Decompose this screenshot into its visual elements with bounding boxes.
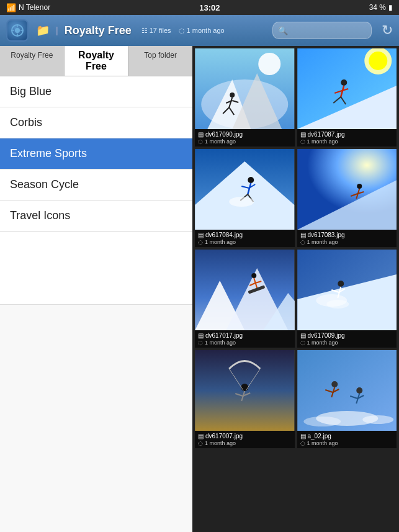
svg-point-76	[303, 417, 341, 426]
time-ago-label: 1 month ago	[187, 27, 225, 34]
grid-date-0: ◌ 1 month ago	[198, 138, 292, 145]
grid-item-0[interactable]: ▤ dv617090.jpg ◌ 1 month ago	[195, 48, 295, 147]
nav-bar: 📁 | Royalty Free ☷ 17 files ◌ 1 month ag…	[0, 15, 399, 46]
file-icon: ▤	[300, 332, 306, 339]
logo-icon	[11, 24, 24, 37]
wifi-icon: 📶	[6, 3, 16, 12]
grid-info-6: ▤ dv617007.jpg ◌ 1 month ago	[195, 431, 295, 448]
grid-item-1[interactable]: ▤ dv617087.jpg ◌ 1 month ago	[297, 48, 397, 147]
svg-point-60	[241, 384, 248, 391]
grid-info-4: ▤ dv617017.jpg ◌ 1 month ago	[195, 330, 295, 348]
grid-item-7[interactable]: ▤ a_02.jpg ◌ 1 month ago	[297, 350, 397, 448]
sidebar-empty-area	[0, 304, 192, 533]
status-carrier: 📶 N Telenor	[6, 3, 50, 12]
nav-title: Royalty Free	[65, 24, 132, 37]
nav-meta: ☷ 17 files ◌ 1 month ago	[141, 27, 225, 35]
grid-info-1: ▤ dv617087.jpg ◌ 1 month ago	[297, 129, 397, 147]
thumbnail-4	[195, 250, 295, 330]
status-time: 13:02	[199, 3, 220, 12]
svg-point-71	[356, 387, 362, 394]
svg-point-38	[357, 184, 362, 189]
folder-label: Season Cycle	[10, 178, 79, 191]
grid-filename-0: ▤ dv617090.jpg	[198, 131, 292, 138]
folder-item-extreme-sports[interactable]: Extreme Sports	[0, 138, 192, 169]
app-logo[interactable]	[6, 19, 29, 42]
tab-royalty-free-2[interactable]: Royalty Free	[65, 46, 129, 76]
refresh-icon[interactable]: ↻	[382, 22, 393, 38]
grid-info-5: ▤ dv617009.jpg ◌ 1 month ago	[297, 330, 397, 348]
clock-icon: ◌	[198, 239, 203, 245]
svg-point-10	[258, 53, 280, 75]
thumbnail-5	[297, 250, 397, 330]
file-icon: ▤	[198, 332, 204, 339]
battery-label: 34 %	[369, 3, 386, 12]
grid-item-6[interactable]: ▤ dv617007.jpg ◌ 1 month ago	[195, 350, 295, 448]
sidebar-tabs: Royalty Free Royalty Free Top folder	[0, 46, 192, 76]
thumbnail-1	[297, 48, 397, 129]
clock-icon: ◌	[179, 27, 185, 35]
folder-item-corbis[interactable]: Corbis	[0, 107, 192, 138]
folder-item-big-blue[interactable]: Big Blue	[0, 76, 192, 107]
grid-filename-7: ▤ a_02.jpg	[300, 433, 394, 440]
grid-date-6: ◌ 1 month ago	[198, 440, 292, 446]
grid-filename-2: ▤ dv617084.jpg	[198, 232, 292, 238]
carrier-label: N Telenor	[19, 3, 50, 12]
file-icon: ▤	[300, 232, 306, 238]
battery-icon: ▮	[388, 3, 393, 12]
grid-info-2: ▤ dv617084.jpg ◌ 1 month ago	[195, 230, 295, 247]
grid-filename-6: ▤ dv617007.jpg	[198, 433, 292, 440]
files-count-badge: ☷ 17 files	[141, 27, 171, 35]
folder-item-season-cycle[interactable]: Season Cycle	[0, 169, 192, 201]
tab-royalty-free-1[interactable]: Royalty Free	[0, 46, 65, 76]
file-icon: ▤	[198, 131, 204, 138]
clock-icon: ◌	[300, 138, 305, 145]
thumbnail-7	[297, 350, 397, 431]
grid-date-2: ◌ 1 month ago	[198, 239, 292, 245]
thumbnail-6	[195, 350, 295, 431]
file-icon: ▤	[198, 433, 204, 440]
svg-point-77	[362, 415, 393, 424]
time-ago-badge: ◌ 1 month ago	[179, 27, 225, 35]
clock-icon: ◌	[198, 340, 203, 346]
svg-point-1	[15, 28, 20, 33]
clock-icon: ◌	[300, 239, 305, 245]
thumbnail-3	[297, 149, 397, 230]
grid-item-2[interactable]: ▤ dv617084.jpg ◌ 1 month ago	[195, 149, 295, 247]
tab-top-folder[interactable]: Top folder	[128, 46, 192, 76]
grid-item-5[interactable]: ▤ dv617009.jpg ◌ 1 month ago	[297, 250, 397, 348]
grid-item-3[interactable]: ▤ dv617083.jpg ◌ 1 month ago	[297, 149, 397, 247]
file-icon: ▤	[198, 232, 204, 238]
folder-item-travel-icons[interactable]: Travel Icons	[0, 201, 192, 232]
grid-filename-1: ▤ dv617087.jpg	[300, 131, 394, 138]
main-layout: Royalty Free Royalty Free Top folder Big…	[0, 46, 399, 532]
svg-point-53	[338, 281, 344, 287]
grid-info-0: ▤ dv617090.jpg ◌ 1 month ago	[195, 129, 295, 147]
grid-date-3: ◌ 1 month ago	[300, 239, 394, 245]
search-icon: 🔍	[278, 26, 288, 35]
grid-date-5: ◌ 1 month ago	[300, 340, 394, 346]
folder-label: Big Blue	[10, 85, 52, 98]
file-icon: ▤	[300, 433, 306, 440]
svg-point-35	[229, 197, 254, 207]
grid-date-4: ◌ 1 month ago	[198, 340, 292, 346]
clock-icon: ◌	[198, 138, 203, 145]
grid-filename-5: ▤ dv617009.jpg	[300, 332, 394, 339]
grid-date-1: ◌ 1 month ago	[300, 138, 394, 145]
clock-icon: ◌	[300, 440, 305, 446]
clock-icon: ◌	[300, 340, 305, 346]
status-bar: 📶 N Telenor 13:02 34 % ▮	[0, 0, 399, 15]
search-bar[interactable]: 🔍	[272, 22, 372, 39]
thumbnail-0	[195, 48, 295, 129]
status-battery: 34 % ▮	[369, 3, 393, 12]
image-grid: ▤ dv617090.jpg ◌ 1 month ago	[192, 46, 399, 532]
folder-icon: 📁	[36, 24, 50, 37]
grid-item-4[interactable]: ▤ dv617017.jpg ◌ 1 month ago	[195, 250, 295, 348]
files-icon: ☷	[141, 27, 148, 35]
sidebar: Royalty Free Royalty Free Top folder Big…	[0, 46, 192, 532]
svg-point-46	[251, 273, 256, 278]
files-count-label: 17 files	[150, 27, 171, 34]
svg-point-19	[369, 52, 387, 70]
grid-filename-3: ▤ dv617083.jpg	[300, 232, 394, 238]
svg-point-29	[248, 177, 254, 183]
grid-date-7: ◌ 1 month ago	[300, 440, 394, 446]
